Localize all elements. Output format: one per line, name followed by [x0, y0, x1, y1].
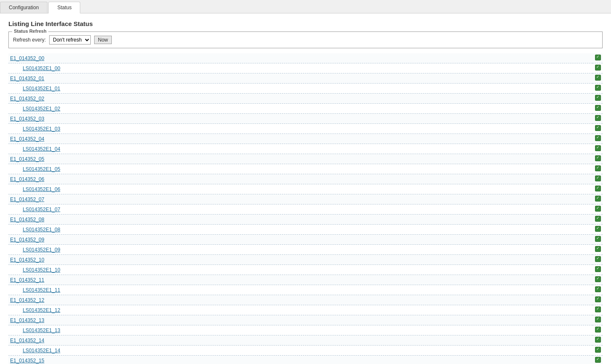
sub-interface-link[interactable]: LS014352E1_03	[10, 126, 60, 132]
status-icon	[595, 145, 601, 151]
sub-interface-link[interactable]: LS014352E1_00	[10, 65, 60, 71]
main-interface-link[interactable]: E1_014352_14	[10, 338, 44, 343]
main-interface-link[interactable]: E1_014352_00	[10, 55, 44, 61]
main-interface-link[interactable]: E1_014352_01	[10, 76, 44, 81]
status-icon	[595, 105, 601, 111]
table-row: LS014352E1_02	[8, 104, 603, 114]
table-row: LS014352E1_05	[8, 164, 603, 174]
status-icon	[595, 65, 601, 71]
now-button[interactable]: Now	[94, 36, 112, 44]
table-row: E1_014352_07	[8, 194, 603, 204]
table-row: LS014352E1_12	[8, 305, 603, 315]
table-row: LS014352E1_09	[8, 245, 603, 255]
status-icon	[595, 327, 601, 333]
table-row: E1_014352_15	[8, 356, 603, 364]
main-interface-link[interactable]: E1_014352_08	[10, 217, 44, 223]
table-row: E1_014352_14	[8, 335, 603, 346]
status-icon	[595, 226, 601, 232]
sub-interface-link[interactable]: LS014352E1_08	[10, 227, 60, 233]
table-row: LS014352E1_00	[8, 63, 603, 73]
status-icon	[595, 357, 601, 363]
table-row: LS014352E1_14	[8, 346, 603, 356]
sub-interface-link[interactable]: LS014352E1_10	[10, 267, 60, 273]
table-row: LS014352E1_04	[8, 144, 603, 154]
tab-configuration[interactable]: Configuration	[0, 2, 47, 13]
table-row: E1_014352_06	[8, 174, 603, 184]
table-row: E1_014352_02	[8, 94, 603, 104]
sub-interface-link[interactable]: LS014352E1_07	[10, 207, 60, 212]
table-row: E1_014352_11	[8, 275, 603, 285]
main-interface-link[interactable]: E1_014352_05	[10, 156, 44, 162]
table-row: E1_014352_08	[8, 215, 603, 225]
status-icon	[595, 155, 601, 161]
refresh-controls: Refresh every: Don't refresh 5 seconds 1…	[13, 34, 598, 45]
sub-interface-link[interactable]: LS014352E1_02	[10, 106, 60, 112]
status-refresh-legend: Status Refresh	[12, 29, 48, 34]
status-icon	[595, 196, 601, 202]
status-icon	[595, 306, 601, 312]
sub-interface-link[interactable]: LS014352E1_14	[10, 348, 60, 354]
refresh-every-label: Refresh every:	[13, 37, 46, 43]
status-icon	[595, 256, 601, 262]
table-row: E1_014352_05	[8, 154, 603, 164]
status-icon	[595, 115, 601, 121]
main-interface-link[interactable]: E1_014352_06	[10, 176, 44, 182]
status-refresh-box: Status Refresh Refresh every: Don't refr…	[8, 31, 603, 48]
table-row: LS014352E1_08	[8, 225, 603, 235]
table-row: E1_014352_03	[8, 114, 603, 124]
main-interface-link[interactable]: E1_014352_07	[10, 196, 44, 202]
table-row: E1_014352_13	[8, 315, 603, 325]
table-row: LS014352E1_01	[8, 84, 603, 94]
main-interface-link[interactable]: E1_014352_10	[10, 257, 44, 263]
table-row: E1_014352_09	[8, 235, 603, 245]
status-icon	[595, 135, 601, 141]
status-icon	[595, 317, 601, 322]
status-icon	[595, 296, 601, 302]
table-row: LS014352E1_07	[8, 204, 603, 215]
main-interface-link[interactable]: E1_014352_02	[10, 96, 44, 102]
sub-interface-link[interactable]: LS014352E1_11	[10, 287, 60, 293]
main-interface-link[interactable]: E1_014352_15	[10, 358, 44, 364]
status-icon	[595, 337, 601, 343]
main-interface-link[interactable]: E1_014352_11	[10, 277, 44, 283]
status-icon	[595, 236, 601, 242]
status-icon	[595, 85, 601, 91]
sub-interface-link[interactable]: LS014352E1_01	[10, 86, 60, 92]
sub-interface-link[interactable]: LS014352E1_05	[10, 166, 60, 172]
tab-bar: Configuration Status	[0, 0, 611, 13]
table-row: E1_014352_04	[8, 134, 603, 144]
status-icon	[595, 347, 601, 353]
status-icon	[595, 246, 601, 252]
sub-interface-link[interactable]: LS014352E1_06	[10, 186, 60, 192]
sub-interface-link[interactable]: LS014352E1_13	[10, 327, 60, 333]
sub-interface-link[interactable]: LS014352E1_04	[10, 146, 60, 152]
sub-interface-link[interactable]: LS014352E1_12	[10, 307, 60, 313]
page-title: Listing Line Interface Status	[8, 20, 603, 27]
status-icon	[595, 276, 601, 282]
refresh-select[interactable]: Don't refresh 5 seconds 10 seconds 30 se…	[49, 35, 91, 45]
main-interface-link[interactable]: E1_014352_09	[10, 237, 44, 243]
status-icon	[595, 266, 601, 272]
main-interface-link[interactable]: E1_014352_04	[10, 136, 44, 142]
main-interface-link[interactable]: E1_014352_03	[10, 116, 44, 122]
main-interface-link[interactable]: E1_014352_12	[10, 297, 44, 303]
status-icon	[595, 95, 601, 101]
status-icon	[595, 55, 601, 60]
status-icon	[595, 175, 601, 181]
status-icon	[595, 75, 601, 81]
status-icon	[595, 186, 601, 191]
sub-interface-link[interactable]: LS014352E1_09	[10, 247, 60, 253]
status-icon	[595, 286, 601, 292]
table-row: E1_014352_10	[8, 255, 603, 265]
table-row: LS014352E1_06	[8, 184, 603, 194]
table-row: LS014352E1_03	[8, 124, 603, 134]
table-row: LS014352E1_10	[8, 265, 603, 275]
table-row: E1_014352_01	[8, 73, 603, 84]
table-row: E1_014352_00	[8, 53, 603, 63]
status-icon	[595, 165, 601, 171]
interface-table: E1_014352_00LS014352E1_00E1_014352_01LS0…	[8, 53, 603, 364]
tab-status[interactable]: Status	[48, 2, 80, 13]
table-row: E1_014352_12	[8, 295, 603, 305]
table-row: LS014352E1_13	[8, 325, 603, 335]
main-interface-link[interactable]: E1_014352_13	[10, 317, 44, 323]
